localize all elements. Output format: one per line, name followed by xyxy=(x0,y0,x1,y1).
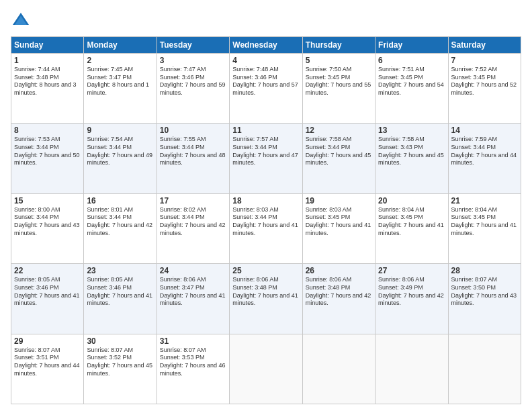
day-number: 1 xyxy=(14,56,81,65)
calendar-day-cell: 1 Sunrise: 7:44 AM Sunset: 3:48 PM Dayli… xyxy=(11,54,84,124)
day-number: 23 xyxy=(87,266,153,275)
calendar-day-cell xyxy=(448,334,521,404)
calendar-week-row: 15 Sunrise: 8:00 AM Sunset: 3:44 PM Dayl… xyxy=(11,193,521,263)
day-info: Sunrise: 8:07 AM Sunset: 3:52 PM Dayligh… xyxy=(87,347,153,378)
weekday-header: Sunday xyxy=(11,37,84,54)
calendar-week-row: 1 Sunrise: 7:44 AM Sunset: 3:48 PM Dayli… xyxy=(11,54,521,124)
calendar-day-cell: 12 Sunrise: 7:58 AM Sunset: 3:44 PM Dayl… xyxy=(302,124,375,193)
calendar-day-cell: 6 Sunrise: 7:51 AM Sunset: 3:45 PM Dayli… xyxy=(375,54,448,124)
day-info: Sunrise: 7:59 AM Sunset: 3:44 PM Dayligh… xyxy=(451,136,518,167)
day-info: Sunrise: 7:51 AM Sunset: 3:45 PM Dayligh… xyxy=(378,66,445,97)
calendar-day-cell: 18 Sunrise: 8:03 AM Sunset: 3:44 PM Dayl… xyxy=(230,193,302,263)
calendar-day-cell: 19 Sunrise: 8:03 AM Sunset: 3:45 PM Dayl… xyxy=(302,193,375,263)
day-number: 24 xyxy=(160,266,226,275)
logo-icon xyxy=(11,11,31,31)
day-info: Sunrise: 7:44 AM Sunset: 3:48 PM Dayligh… xyxy=(14,66,81,97)
day-number: 2 xyxy=(87,56,153,65)
day-info: Sunrise: 8:05 AM Sunset: 3:46 PM Dayligh… xyxy=(14,276,81,308)
calendar-header-row: SundayMondayTuesdayWednesdayThursdayFrid… xyxy=(11,37,521,54)
calendar-day-cell xyxy=(375,334,448,404)
day-number: 18 xyxy=(232,196,299,205)
day-number: 10 xyxy=(160,126,226,135)
day-number: 30 xyxy=(87,336,153,346)
day-info: Sunrise: 7:47 AM Sunset: 3:46 PM Dayligh… xyxy=(160,66,226,97)
day-number: 12 xyxy=(306,126,372,135)
day-number: 7 xyxy=(451,56,518,65)
day-info: Sunrise: 7:58 AM Sunset: 3:43 PM Dayligh… xyxy=(378,136,445,167)
calendar-day-cell: 5 Sunrise: 7:50 AM Sunset: 3:45 PM Dayli… xyxy=(302,54,375,124)
calendar-day-cell: 21 Sunrise: 8:04 AM Sunset: 3:45 PM Dayl… xyxy=(448,193,521,263)
day-number: 19 xyxy=(306,196,372,205)
calendar-day-cell: 11 Sunrise: 7:57 AM Sunset: 3:44 PM Dayl… xyxy=(230,124,302,193)
calendar-day-cell: 29 Sunrise: 8:07 AM Sunset: 3:51 PM Dayl… xyxy=(11,334,84,404)
day-number: 26 xyxy=(306,266,372,275)
day-number: 14 xyxy=(451,126,518,135)
day-number: 29 xyxy=(14,336,81,346)
page: SundayMondayTuesdayWednesdayThursdayFrid… xyxy=(0,0,532,411)
weekday-header: Tuesday xyxy=(157,37,229,54)
day-info: Sunrise: 7:55 AM Sunset: 3:44 PM Dayligh… xyxy=(160,136,226,167)
day-info: Sunrise: 8:03 AM Sunset: 3:45 PM Dayligh… xyxy=(306,206,372,238)
day-number: 25 xyxy=(232,266,299,275)
day-info: Sunrise: 7:45 AM Sunset: 3:47 PM Dayligh… xyxy=(87,66,153,97)
day-number: 6 xyxy=(378,56,445,65)
day-number: 16 xyxy=(87,196,153,205)
day-info: Sunrise: 8:06 AM Sunset: 3:48 PM Dayligh… xyxy=(232,276,299,308)
calendar-day-cell: 2 Sunrise: 7:45 AM Sunset: 3:47 PM Dayli… xyxy=(84,54,157,124)
day-number: 31 xyxy=(160,336,226,346)
calendar-day-cell: 25 Sunrise: 8:06 AM Sunset: 3:48 PM Dayl… xyxy=(230,264,302,334)
calendar-day-cell: 22 Sunrise: 8:05 AM Sunset: 3:46 PM Dayl… xyxy=(11,264,84,334)
calendar-day-cell xyxy=(230,334,302,404)
day-info: Sunrise: 8:07 AM Sunset: 3:53 PM Dayligh… xyxy=(160,347,226,378)
day-info: Sunrise: 8:06 AM Sunset: 3:49 PM Dayligh… xyxy=(378,276,445,308)
day-number: 13 xyxy=(378,126,445,135)
day-number: 27 xyxy=(378,266,445,275)
logo xyxy=(11,11,34,31)
day-number: 21 xyxy=(451,196,518,205)
day-info: Sunrise: 8:04 AM Sunset: 3:45 PM Dayligh… xyxy=(451,206,518,238)
day-number: 8 xyxy=(14,126,81,135)
weekday-header: Monday xyxy=(84,37,157,54)
weekday-header: Friday xyxy=(375,37,448,54)
day-info: Sunrise: 7:58 AM Sunset: 3:44 PM Dayligh… xyxy=(306,136,372,167)
day-info: Sunrise: 7:53 AM Sunset: 3:44 PM Dayligh… xyxy=(14,136,81,167)
calendar-day-cell: 24 Sunrise: 8:06 AM Sunset: 3:47 PM Dayl… xyxy=(157,264,229,334)
day-info: Sunrise: 7:48 AM Sunset: 3:46 PM Dayligh… xyxy=(232,66,299,97)
calendar-day-cell: 23 Sunrise: 8:05 AM Sunset: 3:46 PM Dayl… xyxy=(84,264,157,334)
calendar-day-cell: 16 Sunrise: 8:01 AM Sunset: 3:44 PM Dayl… xyxy=(84,193,157,263)
day-number: 20 xyxy=(378,196,445,205)
weekday-header: Saturday xyxy=(448,37,521,54)
day-number: 11 xyxy=(232,126,299,135)
day-info: Sunrise: 8:07 AM Sunset: 3:51 PM Dayligh… xyxy=(14,347,81,378)
day-number: 28 xyxy=(451,266,518,275)
day-info: Sunrise: 8:05 AM Sunset: 3:46 PM Dayligh… xyxy=(87,276,153,308)
calendar-week-row: 29 Sunrise: 8:07 AM Sunset: 3:51 PM Dayl… xyxy=(11,334,521,404)
day-number: 5 xyxy=(306,56,372,65)
day-info: Sunrise: 8:07 AM Sunset: 3:50 PM Dayligh… xyxy=(451,276,518,308)
day-info: Sunrise: 8:00 AM Sunset: 3:44 PM Dayligh… xyxy=(14,206,81,238)
calendar-day-cell: 30 Sunrise: 8:07 AM Sunset: 3:52 PM Dayl… xyxy=(84,334,157,404)
calendar-day-cell: 8 Sunrise: 7:53 AM Sunset: 3:44 PM Dayli… xyxy=(11,124,84,193)
calendar-table: SundayMondayTuesdayWednesdayThursdayFrid… xyxy=(11,36,521,404)
calendar-day-cell: 15 Sunrise: 8:00 AM Sunset: 3:44 PM Dayl… xyxy=(11,193,84,263)
day-number: 15 xyxy=(14,196,81,205)
calendar-day-cell: 31 Sunrise: 8:07 AM Sunset: 3:53 PM Dayl… xyxy=(157,334,229,404)
day-number: 17 xyxy=(160,196,226,205)
calendar-day-cell: 20 Sunrise: 8:04 AM Sunset: 3:45 PM Dayl… xyxy=(375,193,448,263)
day-info: Sunrise: 7:57 AM Sunset: 3:44 PM Dayligh… xyxy=(232,136,299,167)
day-number: 4 xyxy=(232,56,299,65)
header xyxy=(11,11,521,31)
calendar-day-cell: 9 Sunrise: 7:54 AM Sunset: 3:44 PM Dayli… xyxy=(84,124,157,193)
weekday-header: Wednesday xyxy=(230,37,302,54)
day-number: 9 xyxy=(87,126,153,135)
calendar-day-cell: 14 Sunrise: 7:59 AM Sunset: 3:44 PM Dayl… xyxy=(448,124,521,193)
calendar-week-row: 8 Sunrise: 7:53 AM Sunset: 3:44 PM Dayli… xyxy=(11,124,521,193)
calendar-day-cell xyxy=(302,334,375,404)
day-info: Sunrise: 8:03 AM Sunset: 3:44 PM Dayligh… xyxy=(232,206,299,238)
calendar-day-cell: 26 Sunrise: 8:06 AM Sunset: 3:48 PM Dayl… xyxy=(302,264,375,334)
day-number: 22 xyxy=(14,266,81,275)
calendar-day-cell: 13 Sunrise: 7:58 AM Sunset: 3:43 PM Dayl… xyxy=(375,124,448,193)
calendar-week-row: 22 Sunrise: 8:05 AM Sunset: 3:46 PM Dayl… xyxy=(11,264,521,334)
weekday-header: Thursday xyxy=(302,37,375,54)
day-info: Sunrise: 8:06 AM Sunset: 3:47 PM Dayligh… xyxy=(160,276,226,308)
